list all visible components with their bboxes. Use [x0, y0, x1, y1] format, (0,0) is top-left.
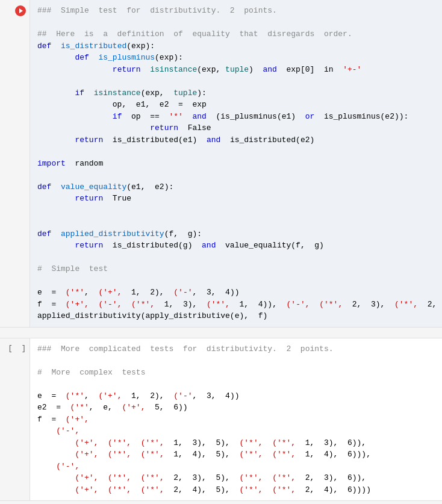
cell-1-gutter	[0, 0, 30, 327]
cell-2-gutter: [ ]	[0, 338, 30, 501]
cell-spacer-1	[0, 328, 442, 338]
bracket-open: [	[8, 343, 12, 354]
cell-1-code: ### Simple test for distributivity. 2 po…	[30, 0, 442, 327]
bracket-close: ]	[22, 343, 26, 354]
run-button-cell-1[interactable]	[15, 5, 26, 16]
bracket-space	[15, 343, 19, 354]
cell-2: [ ] ### More complicated tests for distr…	[0, 338, 442, 502]
comment-2: ## Here is a definition of equality that…	[37, 30, 352, 39]
cell-1: ### Simple test for distributivity. 2 po…	[0, 0, 442, 328]
notebook-container: ### Simple test for distributivity. 2 po…	[0, 0, 442, 501]
cell-2-code: ### More complicated tests for distribut…	[30, 338, 442, 501]
comment-1: ### Simple test for distributivity. 2 po…	[37, 6, 277, 15]
